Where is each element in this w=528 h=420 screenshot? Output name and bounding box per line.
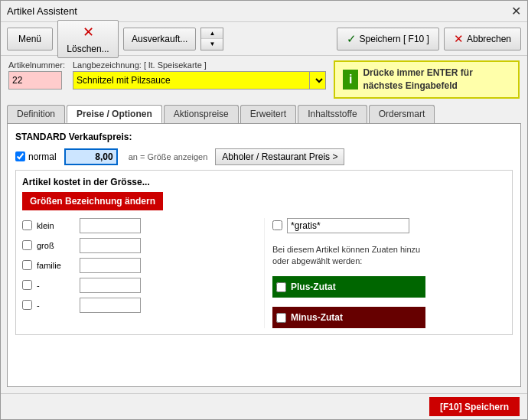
bezeichnung-label: Langbezeichnung: [ lt. Speisekarte ] — [73, 60, 326, 70]
standard-verkaufspreis-label: STANDARD Verkaufspreis: — [15, 132, 513, 142]
minus2-row: - — [22, 298, 256, 313]
title-bar: Artikel Assistent ✕ — [1, 1, 527, 22]
close-button[interactable]: ✕ — [511, 4, 521, 18]
verkaufspreis-row: normal an = Größe anzeigen Abholer / Res… — [15, 148, 513, 165]
gross-label: groß — [37, 241, 75, 250]
gratis-checkbox[interactable] — [272, 220, 282, 230]
menu-button[interactable]: Menü — [7, 28, 53, 50]
tab-bar: Definition Preise / Optionen Aktionsprei… — [1, 105, 527, 123]
groesse-section-header: Artikel kostet in der Grösse... — [22, 177, 506, 187]
loeschen-label: Löschen... — [67, 44, 109, 54]
familie-label: familie — [37, 261, 75, 270]
price-input[interactable] — [64, 148, 118, 165]
x-icon: ✕ — [83, 24, 94, 41]
groesse-grid: klein groß familie - — [22, 218, 506, 329]
tab-ordersmart[interactable]: Ordersmart — [369, 105, 435, 123]
plus-zutat-button[interactable]: Plus-Zutat — [272, 276, 425, 298]
minus1-label: - — [37, 281, 75, 290]
window-title: Artikel Assistent — [7, 5, 77, 17]
zutat-text: Bei diesem Artikel können Zuaten hinzuod… — [272, 244, 506, 268]
klein-checkbox[interactable] — [22, 220, 32, 230]
plus-zutat-checkbox[interactable] — [276, 282, 286, 292]
abholer-button[interactable]: Abholer / Restaurant Preis > — [215, 148, 344, 165]
normal-checkbox-group: normal — [15, 151, 57, 162]
familie-checkbox[interactable] — [22, 260, 32, 270]
gross-input[interactable] — [80, 238, 141, 253]
spinner-up-button[interactable]: ▲ — [201, 28, 223, 39]
form-area: Artikelnummer: Langbezeichnung: [ lt. Sp… — [1, 56, 527, 103]
tab-erweitert[interactable]: Erweitert — [240, 105, 296, 123]
gross-row: groß — [22, 238, 256, 253]
gratis-row — [272, 218, 506, 233]
minus-zutat-checkbox[interactable] — [276, 313, 286, 323]
familie-row: familie — [22, 258, 256, 273]
bezeichnung-input[interactable] — [73, 71, 310, 90]
hint-box: i Drücke immer ENTER für nächstes Eingab… — [334, 60, 520, 99]
klein-label: klein — [37, 221, 75, 230]
normal-checkbox[interactable] — [15, 151, 25, 161]
minus2-checkbox[interactable] — [22, 300, 32, 310]
minus2-input[interactable] — [80, 298, 141, 313]
minus1-row: - — [22, 278, 256, 293]
loeschen-button[interactable]: ✕ Löschen... — [57, 20, 119, 58]
ausverkauft-label: Ausverkauft... — [132, 34, 187, 44]
minus-zutat-label: Minus-Zutat — [291, 312, 343, 323]
minus2-label: - — [37, 301, 75, 310]
minus-zutat-button[interactable]: Minus-Zutat — [272, 307, 425, 328]
gross-checkbox[interactable] — [22, 240, 32, 250]
abbrechen-label: Abbrechen — [467, 34, 511, 44]
bottom-bar: [F10] Speichern — [1, 393, 527, 419]
minus1-input[interactable] — [80, 278, 141, 293]
bezeichnung-select[interactable] — [310, 71, 326, 90]
x-icon-abbrechen: ✕ — [454, 32, 464, 46]
tab-preise-optionen[interactable]: Preise / Optionen — [67, 105, 162, 123]
groesse-text: an = Größe anzeigen — [129, 152, 208, 161]
toolbar: Menü ✕ Löschen... Ausverkauft... ▲ ▼ ✓ S… — [1, 22, 527, 56]
tab-definition[interactable]: Definition — [7, 105, 65, 123]
check-icon: ✓ — [347, 32, 357, 46]
speichern-button[interactable]: ✓ Speichern [ F10 ] — [337, 28, 439, 50]
hint-icon: i — [343, 70, 358, 90]
f10-label: [F10] Speichern — [440, 402, 509, 412]
klein-input[interactable] — [80, 218, 141, 233]
artikel-input[interactable] — [8, 71, 62, 90]
groesse-section: Artikel kostet in der Grösse... Größen B… — [15, 170, 513, 336]
familie-input[interactable] — [80, 258, 141, 273]
minus1-checkbox[interactable] — [22, 280, 32, 290]
hint-text: Drücke immer ENTER für nächstes Eingabef… — [363, 67, 510, 93]
tab-aktionspreise[interactable]: Aktionspreise — [164, 105, 239, 123]
artikel-label: Artikelnummer: — [8, 60, 65, 70]
groessen-bezeichnung-button[interactable]: Größen Bezeichnung ändern — [22, 192, 163, 210]
speichern-label: Speichern [ F10 ] — [360, 34, 429, 44]
menu-label: Menü — [18, 34, 41, 44]
bezeichnung-group: Langbezeichnung: [ lt. Speisekarte ] — [73, 60, 326, 90]
artikel-group: Artikelnummer: — [8, 60, 65, 90]
tab-content: STANDARD Verkaufspreis: normal an = Größ… — [7, 123, 521, 387]
abbrechen-button[interactable]: ✕ Abbrechen — [444, 28, 521, 50]
ausverkauft-button[interactable]: Ausverkauft... — [123, 28, 196, 50]
spinner-control[interactable]: ▲ ▼ — [200, 28, 223, 50]
klein-row: klein — [22, 218, 256, 233]
tab-inhaltsstoffe[interactable]: Inhaltsstoffe — [298, 105, 367, 123]
main-window: Artikel Assistent ✕ Menü ✕ Löschen... Au… — [0, 0, 528, 420]
gratis-input[interactable] — [287, 218, 409, 233]
groesse-col-left: klein groß familie - — [22, 218, 264, 329]
abholer-label: Abholer / Restaurant Preis > — [222, 151, 337, 162]
plus-zutat-label: Plus-Zutat — [291, 282, 336, 292]
normal-label: normal — [28, 151, 57, 162]
spinner-down-button[interactable]: ▼ — [201, 39, 223, 50]
groesse-col-right: Bei diesem Artikel können Zuaten hinzuod… — [264, 218, 506, 329]
f10-speichern-button[interactable]: [F10] Speichern — [429, 397, 520, 416]
groessen-bezeichnung-label: Größen Bezeichnung ändern — [30, 196, 155, 207]
